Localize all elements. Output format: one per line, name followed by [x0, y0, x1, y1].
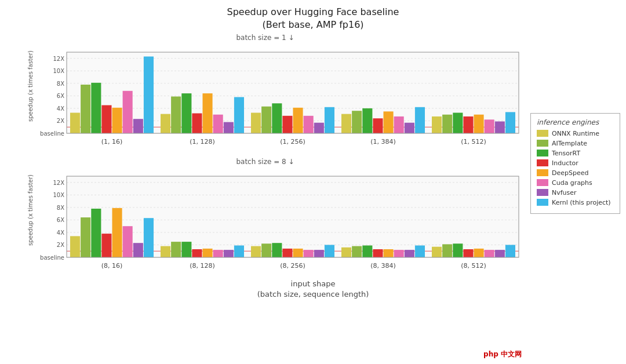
svg-text:8X: 8X	[57, 81, 64, 87]
svg-rect-17	[81, 85, 90, 133]
svg-text:(8, 16): (8, 16)	[101, 262, 123, 270]
svg-rect-108	[373, 249, 383, 257]
svg-rect-54	[453, 112, 463, 133]
svg-rect-19	[101, 105, 111, 133]
legend-title: inference engines	[537, 118, 614, 126]
svg-rect-82	[112, 208, 122, 257]
x-axis-label: input shape (batch size, sequence length…	[0, 279, 626, 300]
svg-rect-55	[463, 117, 473, 133]
svg-text:6X: 6X	[57, 93, 64, 99]
svg-rect-47	[384, 111, 394, 133]
bottom-chart-panel: batch size = 8 ↓speedup (x times faster)…	[6, 156, 525, 278]
legend-item-3: Inductor	[537, 159, 614, 167]
svg-rect-98	[272, 243, 282, 257]
svg-rect-37	[282, 116, 292, 133]
svg-rect-44	[352, 111, 362, 133]
svg-rect-25	[161, 114, 170, 133]
svg-rect-93	[224, 250, 234, 257]
svg-text:4X: 4X	[57, 230, 64, 236]
svg-rect-56	[474, 114, 484, 133]
watermark: php 中文网	[483, 350, 522, 359]
svg-rect-57	[485, 119, 494, 133]
svg-rect-115	[442, 244, 452, 257]
svg-rect-91	[203, 249, 213, 257]
svg-text:10X: 10X	[53, 192, 64, 198]
legend-item-7: Kernl (this project)	[537, 199, 614, 206]
svg-rect-18	[91, 83, 101, 133]
svg-rect-87	[161, 246, 170, 257]
svg-text:baseline: baseline	[40, 254, 64, 261]
svg-rect-112	[415, 245, 425, 257]
svg-rect-114	[432, 246, 442, 257]
svg-rect-84	[133, 243, 143, 257]
svg-text:2X: 2X	[57, 242, 64, 248]
legend-item-1: AITemplate	[537, 140, 614, 147]
svg-rect-29	[203, 93, 213, 133]
svg-rect-101	[304, 250, 314, 257]
svg-rect-100	[293, 249, 303, 257]
svg-text:(8, 256): (8, 256)	[280, 262, 305, 270]
svg-rect-117	[463, 249, 473, 257]
svg-rect-81	[101, 234, 111, 257]
svg-rect-38	[293, 108, 303, 133]
svg-rect-102	[314, 250, 324, 257]
legend-item-0: ONNX Runtime	[537, 130, 614, 137]
svg-rect-80	[91, 209, 101, 257]
svg-rect-99	[282, 249, 292, 257]
top-chart-panel: batch size = 1 ↓speedup (x times faster)…	[6, 32, 525, 154]
svg-rect-105	[341, 247, 351, 257]
svg-rect-32	[234, 97, 244, 133]
svg-text:12X: 12X	[53, 180, 64, 186]
svg-rect-31	[224, 122, 234, 133]
svg-rect-49	[405, 122, 414, 133]
svg-rect-58	[495, 121, 505, 133]
svg-text:2X: 2X	[57, 118, 64, 124]
svg-text:(8, 512): (8, 512)	[461, 262, 486, 270]
svg-rect-48	[394, 117, 404, 133]
svg-text:6X: 6X	[57, 217, 64, 223]
svg-rect-83	[123, 226, 133, 257]
svg-rect-79	[81, 217, 90, 257]
svg-rect-26	[171, 96, 181, 133]
svg-rect-36	[272, 103, 282, 133]
svg-rect-97	[261, 243, 271, 257]
svg-text:4X: 4X	[57, 105, 64, 112]
svg-rect-34	[251, 112, 261, 133]
svg-rect-39	[304, 116, 314, 133]
svg-rect-22	[133, 119, 143, 133]
svg-rect-106	[352, 246, 362, 257]
svg-text:(1, 256): (1, 256)	[280, 138, 305, 145]
legend-item-6: Nvfuser	[537, 189, 614, 196]
legend-item-2: TensorRT	[537, 150, 614, 157]
svg-rect-110	[394, 250, 404, 257]
svg-rect-107	[362, 245, 372, 257]
svg-rect-46	[373, 118, 383, 133]
batch-label-bottom: batch size = 8 ↓	[6, 156, 525, 168]
svg-rect-85	[144, 218, 154, 257]
svg-rect-52	[432, 117, 442, 133]
svg-rect-20	[112, 108, 122, 133]
svg-rect-27	[181, 93, 191, 133]
svg-rect-103	[325, 245, 334, 257]
svg-rect-41	[325, 107, 334, 133]
svg-rect-59	[505, 112, 515, 133]
svg-rect-40	[314, 122, 324, 133]
svg-text:10X: 10X	[53, 68, 64, 74]
svg-rect-120	[495, 250, 505, 257]
svg-rect-21	[123, 91, 133, 133]
svg-text:8X: 8X	[57, 205, 64, 211]
svg-rect-28	[192, 113, 202, 133]
svg-rect-111	[405, 250, 414, 257]
svg-text:(1, 16): (1, 16)	[101, 138, 123, 145]
svg-rect-121	[505, 245, 515, 257]
svg-rect-109	[384, 249, 394, 257]
svg-rect-78	[70, 236, 80, 257]
svg-text:(1, 384): (1, 384)	[370, 138, 396, 145]
svg-text:(8, 384): (8, 384)	[370, 262, 396, 270]
svg-rect-92	[213, 250, 223, 257]
svg-rect-94	[234, 245, 244, 257]
svg-rect-96	[251, 246, 261, 257]
svg-rect-89	[181, 242, 191, 257]
svg-text:(1, 128): (1, 128)	[190, 138, 215, 145]
svg-rect-50	[415, 107, 425, 133]
